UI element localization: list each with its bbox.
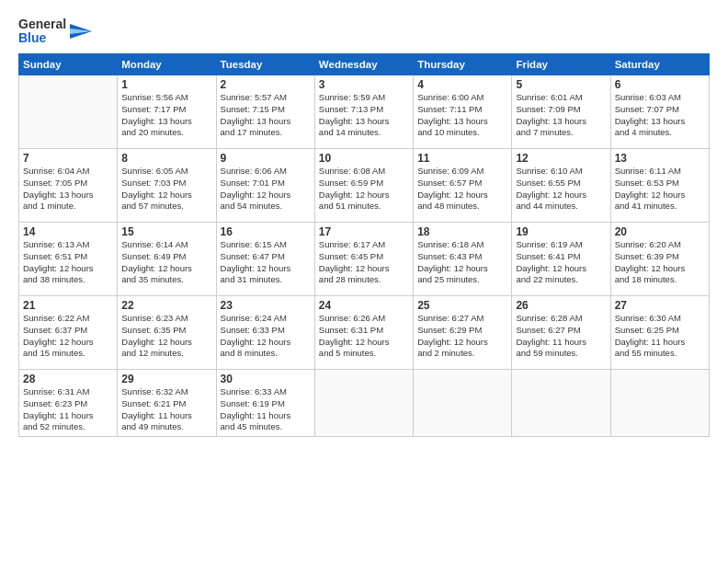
day-number: 7 — [23, 152, 113, 165]
calendar-cell: 10Sunrise: 6:08 AM Sunset: 6:59 PM Dayli… — [314, 149, 413, 223]
day-info: Sunrise: 6:04 AM Sunset: 7:05 PM Dayligh… — [23, 166, 113, 213]
day-number: 4 — [417, 78, 507, 91]
day-info: Sunrise: 6:22 AM Sunset: 6:37 PM Dayligh… — [23, 313, 113, 360]
day-number: 5 — [516, 78, 606, 91]
day-info: Sunrise: 6:30 AM Sunset: 6:25 PM Dayligh… — [615, 313, 705, 360]
day-number: 21 — [23, 299, 113, 312]
calendar-cell: 21Sunrise: 6:22 AM Sunset: 6:37 PM Dayli… — [19, 296, 118, 370]
calendar-table: SundayMondayTuesdayWednesdayThursdayFrid… — [18, 53, 710, 437]
calendar-cell: 1Sunrise: 5:56 AM Sunset: 7:17 PM Daylig… — [118, 75, 216, 149]
calendar-cell: 24Sunrise: 6:26 AM Sunset: 6:31 PM Dayli… — [314, 296, 413, 370]
day-number: 20 — [615, 225, 705, 238]
calendar-cell — [414, 370, 512, 437]
day-number: 18 — [417, 225, 507, 238]
calendar-cell: 20Sunrise: 6:20 AM Sunset: 6:39 PM Dayli… — [610, 223, 709, 296]
weekday-header-monday: Monday — [118, 54, 216, 75]
calendar-cell: 27Sunrise: 6:30 AM Sunset: 6:25 PM Dayli… — [610, 296, 709, 370]
calendar-cell: 9Sunrise: 6:06 AM Sunset: 7:01 PM Daylig… — [216, 149, 314, 223]
calendar-cell — [19, 75, 118, 149]
calendar-cell: 2Sunrise: 5:57 AM Sunset: 7:15 PM Daylig… — [216, 75, 314, 149]
day-info: Sunrise: 6:01 AM Sunset: 7:09 PM Dayligh… — [516, 92, 606, 139]
calendar-cell: 17Sunrise: 6:17 AM Sunset: 6:45 PM Dayli… — [314, 223, 413, 296]
day-info: Sunrise: 6:26 AM Sunset: 6:31 PM Dayligh… — [319, 313, 409, 360]
day-number: 12 — [516, 152, 606, 165]
logo-bird-icon — [70, 17, 92, 46]
calendar-week-row: 14Sunrise: 6:13 AM Sunset: 6:51 PM Dayli… — [19, 223, 710, 296]
calendar-cell: 25Sunrise: 6:27 AM Sunset: 6:29 PM Dayli… — [414, 296, 512, 370]
calendar-cell: 22Sunrise: 6:23 AM Sunset: 6:35 PM Dayli… — [118, 296, 216, 370]
calendar-cell: 15Sunrise: 6:14 AM Sunset: 6:49 PM Dayli… — [118, 223, 216, 296]
weekday-header-tuesday: Tuesday — [216, 54, 314, 75]
day-info: Sunrise: 6:15 AM Sunset: 6:47 PM Dayligh… — [221, 239, 311, 286]
day-number: 10 — [319, 152, 409, 165]
day-number: 8 — [121, 152, 211, 165]
calendar-cell: 5Sunrise: 6:01 AM Sunset: 7:09 PM Daylig… — [512, 75, 610, 149]
day-number: 11 — [417, 152, 507, 165]
calendar-cell: 23Sunrise: 6:24 AM Sunset: 6:33 PM Dayli… — [216, 296, 314, 370]
day-number: 17 — [319, 225, 409, 238]
weekday-header-thursday: Thursday — [414, 54, 512, 75]
day-info: Sunrise: 6:17 AM Sunset: 6:45 PM Dayligh… — [319, 239, 409, 286]
day-number: 15 — [121, 225, 211, 238]
day-info: Sunrise: 6:20 AM Sunset: 6:39 PM Dayligh… — [615, 239, 705, 286]
calendar-cell: 30Sunrise: 6:33 AM Sunset: 6:19 PM Dayli… — [216, 370, 314, 437]
day-info: Sunrise: 6:08 AM Sunset: 6:59 PM Dayligh… — [319, 166, 409, 213]
calendar-cell: 8Sunrise: 6:05 AM Sunset: 7:03 PM Daylig… — [118, 149, 216, 223]
logo-line1: General — [18, 17, 66, 31]
calendar-cell: 12Sunrise: 6:10 AM Sunset: 6:55 PM Dayli… — [512, 149, 610, 223]
page-header: GeneralBlue — [18, 17, 710, 46]
day-info: Sunrise: 6:00 AM Sunset: 7:11 PM Dayligh… — [417, 92, 507, 139]
day-info: Sunrise: 6:03 AM Sunset: 7:07 PM Dayligh… — [615, 92, 705, 139]
logo: GeneralBlue — [18, 17, 92, 46]
calendar-cell: 7Sunrise: 6:04 AM Sunset: 7:05 PM Daylig… — [19, 149, 118, 223]
day-info: Sunrise: 6:13 AM Sunset: 6:51 PM Dayligh… — [23, 239, 113, 286]
day-info: Sunrise: 6:05 AM Sunset: 7:03 PM Dayligh… — [121, 166, 211, 213]
calendar-cell: 3Sunrise: 5:59 AM Sunset: 7:13 PM Daylig… — [314, 75, 413, 149]
day-info: Sunrise: 6:23 AM Sunset: 6:35 PM Dayligh… — [121, 313, 211, 360]
calendar-cell: 13Sunrise: 6:11 AM Sunset: 6:53 PM Dayli… — [610, 149, 709, 223]
day-info: Sunrise: 6:27 AM Sunset: 6:29 PM Dayligh… — [417, 313, 507, 360]
calendar-cell: 14Sunrise: 6:13 AM Sunset: 6:51 PM Dayli… — [19, 223, 118, 296]
calendar-cell: 11Sunrise: 6:09 AM Sunset: 6:57 PM Dayli… — [414, 149, 512, 223]
day-number: 25 — [417, 299, 507, 312]
calendar-cell — [610, 370, 709, 437]
day-number: 22 — [121, 299, 211, 312]
weekday-header-sunday: Sunday — [19, 54, 118, 75]
day-number: 3 — [319, 78, 409, 91]
day-number: 13 — [615, 152, 705, 165]
calendar-week-row: 1Sunrise: 5:56 AM Sunset: 7:17 PM Daylig… — [19, 75, 710, 149]
day-number: 9 — [221, 152, 311, 165]
weekday-header-row: SundayMondayTuesdayWednesdayThursdayFrid… — [19, 54, 710, 75]
calendar-cell: 4Sunrise: 6:00 AM Sunset: 7:11 PM Daylig… — [414, 75, 512, 149]
day-info: Sunrise: 6:33 AM Sunset: 6:19 PM Dayligh… — [221, 386, 311, 433]
day-number: 24 — [319, 299, 409, 312]
day-info: Sunrise: 5:56 AM Sunset: 7:17 PM Dayligh… — [121, 92, 211, 139]
day-info: Sunrise: 6:19 AM Sunset: 6:41 PM Dayligh… — [516, 239, 606, 286]
day-number: 14 — [23, 225, 113, 238]
day-number: 26 — [516, 299, 606, 312]
calendar-week-row: 21Sunrise: 6:22 AM Sunset: 6:37 PM Dayli… — [19, 296, 710, 370]
calendar-cell: 18Sunrise: 6:18 AM Sunset: 6:43 PM Dayli… — [414, 223, 512, 296]
calendar-week-row: 7Sunrise: 6:04 AM Sunset: 7:05 PM Daylig… — [19, 149, 710, 223]
day-info: Sunrise: 6:14 AM Sunset: 6:49 PM Dayligh… — [121, 239, 211, 286]
day-number: 29 — [121, 373, 211, 385]
day-info: Sunrise: 6:28 AM Sunset: 6:27 PM Dayligh… — [516, 313, 606, 360]
weekday-header-saturday: Saturday — [610, 54, 709, 75]
calendar-cell: 19Sunrise: 6:19 AM Sunset: 6:41 PM Dayli… — [512, 223, 610, 296]
calendar-cell — [314, 370, 413, 437]
calendar-cell: 16Sunrise: 6:15 AM Sunset: 6:47 PM Dayli… — [216, 223, 314, 296]
day-info: Sunrise: 6:31 AM Sunset: 6:23 PM Dayligh… — [23, 386, 113, 433]
day-number: 16 — [221, 225, 311, 238]
day-info: Sunrise: 6:18 AM Sunset: 6:43 PM Dayligh… — [417, 239, 507, 286]
day-number: 19 — [516, 225, 606, 238]
day-number: 1 — [121, 78, 211, 91]
day-info: Sunrise: 6:11 AM Sunset: 6:53 PM Dayligh… — [615, 166, 705, 213]
weekday-header-friday: Friday — [512, 54, 610, 75]
calendar-cell: 29Sunrise: 6:32 AM Sunset: 6:21 PM Dayli… — [118, 370, 216, 437]
day-number: 2 — [221, 78, 311, 91]
day-number: 23 — [221, 299, 311, 312]
day-number: 30 — [221, 373, 311, 385]
calendar-week-row: 28Sunrise: 6:31 AM Sunset: 6:23 PM Dayli… — [19, 370, 710, 437]
calendar-cell: 28Sunrise: 6:31 AM Sunset: 6:23 PM Dayli… — [19, 370, 118, 437]
weekday-header-wednesday: Wednesday — [314, 54, 413, 75]
